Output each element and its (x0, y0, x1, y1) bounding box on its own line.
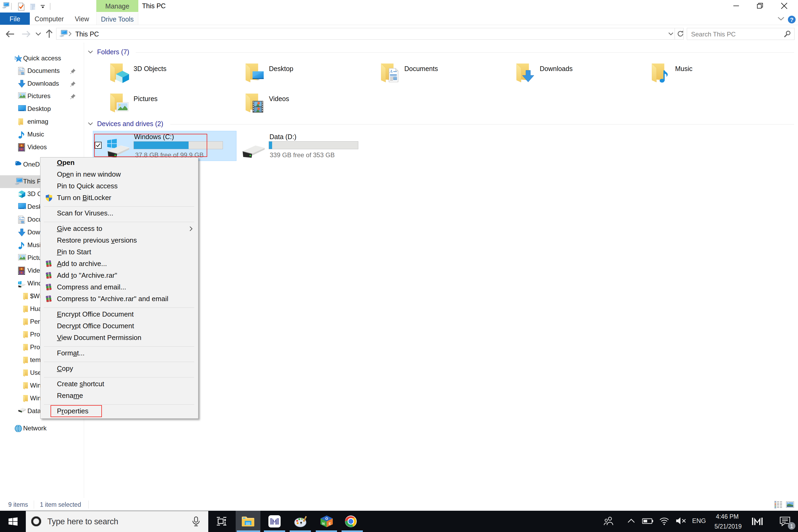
svg-text:E: E (329, 521, 331, 526)
svg-text:O: O (325, 517, 328, 520)
svg-text:N: N (322, 521, 324, 526)
svg-text:A: A (19, 68, 21, 71)
svg-text:A: A (19, 216, 21, 219)
svg-text:A: A (390, 69, 392, 74)
